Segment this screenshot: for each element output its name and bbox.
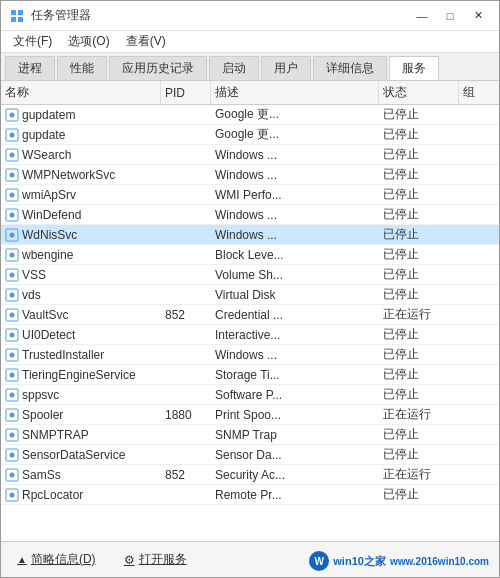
cell-name: RpcLocator: [1, 485, 161, 504]
cell-status: 已停止: [379, 485, 459, 504]
cell-group: [459, 245, 499, 264]
table-row[interactable]: sppsvcSoftware P...已停止: [1, 385, 499, 405]
cell-name: gupdate: [1, 125, 161, 144]
cell-name: wbengine: [1, 245, 161, 264]
cell-pid: [161, 345, 211, 364]
svg-point-21: [10, 272, 15, 277]
cell-pid: [161, 285, 211, 304]
cell-group: [459, 145, 499, 164]
cell-desc: Windows ...: [211, 345, 379, 364]
close-button[interactable]: ✕: [465, 6, 491, 26]
brief-info-button[interactable]: ▲ 简略信息(D): [11, 549, 102, 570]
cell-group: [459, 405, 499, 424]
minimize-button[interactable]: —: [409, 6, 435, 26]
table-row[interactable]: gupdatemGoogle 更...已停止: [1, 105, 499, 125]
cell-group: [459, 205, 499, 224]
cell-name: WMPNetworkSvc: [1, 165, 161, 184]
table-row[interactable]: gupdateGoogle 更...已停止: [1, 125, 499, 145]
cell-pid: [161, 265, 211, 284]
cell-desc: Windows ...: [211, 145, 379, 164]
title-bar-left: 任务管理器: [9, 7, 91, 24]
cell-group: [459, 125, 499, 144]
table-row[interactable]: vdsVirtual Disk已停止: [1, 285, 499, 305]
cell-group: [459, 305, 499, 324]
cell-name-text: RpcLocator: [22, 488, 83, 502]
cell-name-text: WinDefend: [22, 208, 81, 222]
cell-status: 正在运行: [379, 465, 459, 484]
cell-name: SensorDataService: [1, 445, 161, 464]
table-row[interactable]: SNMPTRAPSNMP Trap已停止: [1, 425, 499, 445]
brief-info-label: 简略信息(D): [31, 551, 96, 568]
col-header-pid[interactable]: PID: [161, 81, 211, 104]
cell-name-text: WSearch: [22, 148, 71, 162]
table-row[interactable]: VaultSvc852Credential ...正在运行: [1, 305, 499, 325]
cell-group: [459, 285, 499, 304]
svg-point-9: [10, 152, 15, 157]
col-header-group[interactable]: 组: [459, 81, 499, 104]
cell-pid: [161, 225, 211, 244]
tab-startup[interactable]: 启动: [209, 56, 259, 80]
table-header: 名称 PID 描述 状态 组: [1, 81, 499, 105]
cell-name-text: SNMPTRAP: [22, 428, 89, 442]
svg-point-37: [10, 432, 15, 437]
table-row[interactable]: UI0DetectInteractive...已停止: [1, 325, 499, 345]
tab-performance[interactable]: 性能: [57, 56, 107, 80]
table-row[interactable]: wbengineBlock Leve...已停止: [1, 245, 499, 265]
menu-options[interactable]: 选项(O): [60, 31, 117, 52]
cell-name: SNMPTRAP: [1, 425, 161, 444]
tab-users[interactable]: 用户: [261, 56, 311, 80]
cell-pid: 1880: [161, 405, 211, 424]
cell-desc: Security Ac...: [211, 465, 379, 484]
cell-pid: 852: [161, 465, 211, 484]
table-row[interactable]: WMPNetworkSvcWindows ...已停止: [1, 165, 499, 185]
menu-file[interactable]: 文件(F): [5, 31, 60, 52]
cell-name: UI0Detect: [1, 325, 161, 344]
service-icon: [5, 288, 19, 302]
table-row[interactable]: TrustedInstallerWindows ...已停止: [1, 345, 499, 365]
tab-services[interactable]: 服务: [389, 56, 439, 80]
cell-desc: Remote Pr...: [211, 485, 379, 504]
table-body[interactable]: gupdatemGoogle 更...已停止gupdateGoogle 更...…: [1, 105, 499, 541]
cell-group: [459, 185, 499, 204]
cell-status: 已停止: [379, 425, 459, 444]
task-manager-window: 任务管理器 — □ ✕ 文件(F) 选项(O) 查看(V) 进程 性能 应用历史…: [0, 0, 500, 578]
svg-point-27: [10, 332, 15, 337]
cell-status: 已停止: [379, 145, 459, 164]
svg-point-35: [10, 412, 15, 417]
service-icon: [5, 408, 19, 422]
table-row[interactable]: wmiApSrvWMI Perfo...已停止: [1, 185, 499, 205]
cell-group: [459, 325, 499, 344]
watermark-url: www.2016win10.com: [390, 556, 489, 567]
col-header-status[interactable]: 状态: [379, 81, 459, 104]
menu-view[interactable]: 查看(V): [118, 31, 174, 52]
table-row[interactable]: SensorDataServiceSensor Da...已停止: [1, 445, 499, 465]
open-services-button[interactable]: ⚙ 打开服务: [118, 549, 193, 570]
table-row[interactable]: RpcLocatorRemote Pr...已停止: [1, 485, 499, 505]
cell-name: VaultSvc: [1, 305, 161, 324]
tab-details[interactable]: 详细信息: [313, 56, 387, 80]
table-row[interactable]: SamSs852Security Ac...正在运行: [1, 465, 499, 485]
svg-rect-1: [18, 10, 23, 15]
service-icon: [5, 308, 19, 322]
gear-icon: ⚙: [124, 553, 135, 567]
maximize-button[interactable]: □: [437, 6, 463, 26]
tab-bar: 进程 性能 应用历史记录 启动 用户 详细信息 服务: [1, 53, 499, 81]
tab-process[interactable]: 进程: [5, 56, 55, 80]
table-row[interactable]: WSearchWindows ...已停止: [1, 145, 499, 165]
table-row[interactable]: WinDefendWindows ...已停止: [1, 205, 499, 225]
cell-pid: [161, 365, 211, 384]
cell-desc: Windows ...: [211, 225, 379, 244]
col-header-name[interactable]: 名称: [1, 81, 161, 104]
cell-desc: Print Spoo...: [211, 405, 379, 424]
cell-desc: Storage Ti...: [211, 365, 379, 384]
table-row[interactable]: VSSVolume Sh...已停止: [1, 265, 499, 285]
table-row[interactable]: TieringEngineServiceStorage Ti...已停止: [1, 365, 499, 385]
watermark-text: win10之家: [333, 554, 386, 569]
tab-app-history[interactable]: 应用历史记录: [109, 56, 207, 80]
cell-group: [459, 105, 499, 124]
svg-rect-2: [11, 17, 16, 22]
table-row[interactable]: WdNisSvcWindows ...已停止: [1, 225, 499, 245]
col-header-desc[interactable]: 描述: [211, 81, 379, 104]
table-row[interactable]: Spooler1880Print Spoo...正在运行: [1, 405, 499, 425]
service-icon: [5, 268, 19, 282]
